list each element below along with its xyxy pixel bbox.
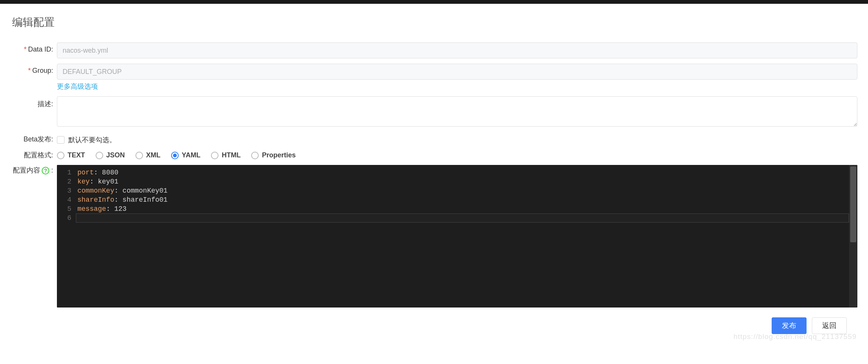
radio-label: XML xyxy=(146,151,160,159)
page-title: 编辑配置 xyxy=(12,15,857,30)
group-input[interactable] xyxy=(57,64,857,80)
radio-icon xyxy=(135,152,143,159)
format-radio-xml[interactable]: XML xyxy=(135,151,160,159)
radio-icon xyxy=(211,152,219,159)
top-bar xyxy=(0,0,868,4)
editor-body[interactable]: port: 8080key: key01commonKey: commonKey… xyxy=(76,165,849,308)
radio-label: HTML xyxy=(222,151,241,159)
beta-checkbox[interactable] xyxy=(57,136,64,144)
radio-label: Properties xyxy=(262,151,296,159)
label-group: *Group: xyxy=(11,64,57,75)
editor-gutter: 123456 xyxy=(57,165,76,308)
label-data-id: *Data ID: xyxy=(11,42,57,53)
format-radio-yaml[interactable]: YAML xyxy=(171,151,200,159)
advanced-options-link[interactable]: 更多高级选项 xyxy=(57,82,98,91)
radio-icon xyxy=(251,152,259,159)
help-icon[interactable]: ? xyxy=(42,167,49,174)
format-radio-text[interactable]: TEXT xyxy=(57,151,85,159)
format-radio-group: TEXTJSONXMLYAMLHTMLProperties xyxy=(57,150,857,159)
label-beta: Beta发布: xyxy=(11,134,57,144)
radio-icon xyxy=(171,152,179,159)
label-format: 配置格式: xyxy=(11,150,57,160)
radio-icon xyxy=(96,152,103,159)
data-id-input[interactable] xyxy=(57,42,857,58)
code-editor[interactable]: 123456 port: 8080key: key01commonKey: co… xyxy=(57,165,857,308)
format-radio-html[interactable]: HTML xyxy=(211,151,241,159)
publish-button[interactable]: 发布 xyxy=(772,317,807,334)
radio-label: TEXT xyxy=(68,151,85,159)
beta-checkbox-label: 默认不要勾选。 xyxy=(68,135,116,144)
scrollbar-thumb[interactable] xyxy=(850,166,856,242)
back-button[interactable]: 返回 xyxy=(812,317,847,334)
radio-label: JSON xyxy=(106,151,125,159)
label-desc: 描述: xyxy=(11,96,57,108)
desc-textarea[interactable] xyxy=(57,96,857,127)
format-radio-json[interactable]: JSON xyxy=(96,151,125,159)
radio-icon xyxy=(57,152,64,159)
label-content: 配置内容? : xyxy=(11,165,57,175)
watermark: https://blog.csdn.net/qq_21137559 xyxy=(733,333,857,341)
format-radio-properties[interactable]: Properties xyxy=(251,151,296,159)
radio-label: YAML xyxy=(182,151,200,159)
editor-scrollbar[interactable] xyxy=(849,165,857,308)
